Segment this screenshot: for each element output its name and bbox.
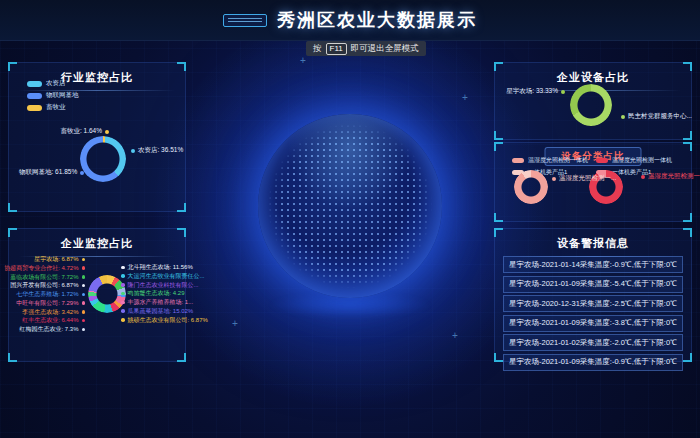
chart-label: 瓜果蔬菜园基地: 15.02% <box>121 307 193 316</box>
panel-title: 设备警报信息 <box>495 229 691 251</box>
enterprise-labels-left: 星宇农场: 6.87%协超商贸专业合作社: 4.72%嘉临农场有限公司: 7.7… <box>13 255 85 334</box>
chart-label: 李强生态农场: 3.42% <box>22 308 85 317</box>
panel-title: 企业设备占比 <box>495 63 691 85</box>
alert-row: 星宇农场-2021-01-09采集温度:-3.8℃,低于下限:0℃ <box>503 315 683 332</box>
chart-label: 姚硕生态农业有限公司: 6.87% <box>121 316 208 325</box>
legend-item[interactable]: 温湿度光照检测一体机 <box>596 156 672 165</box>
dashboard: + + + + 秀洲区农业大数据展示 按 F11 即可退出全屏模式 行业监控占比… <box>0 0 700 438</box>
brand-logo <box>223 14 267 27</box>
label-dot <box>561 90 565 94</box>
chart-label-iot-base: 物联网基地: 61.85% <box>19 168 84 177</box>
legend-swatch <box>27 105 42 111</box>
chart-label-sensor-right: 温湿度光照检测一... <box>641 172 700 181</box>
legend-item[interactable]: 物联网基地 <box>27 91 79 100</box>
enterprise-monitor-panel: 企业监控占比 星宇农场: 6.87%协超商贸专业合作社: 4.72%嘉临农场有限… <box>8 228 186 362</box>
alert-row: 星宇农场-2020-12-31采集温度:-2.5℃,低于下限:0℃ <box>503 295 683 312</box>
device-alert-panel: 设备警报信息 星宇农场-2021-01-14采集温度:-0.9℃,低于下限:0℃… <box>494 228 692 362</box>
plus-decoration: + <box>452 330 458 341</box>
label-dot <box>121 292 125 296</box>
label-dot <box>82 258 86 262</box>
label-dot <box>131 149 135 153</box>
chart-label: 隆门生态农业科技有限公... <box>121 281 199 290</box>
legend-item[interactable]: 温湿度光照检测一体机 <box>512 156 588 165</box>
label-dot <box>121 274 125 278</box>
label-dot <box>82 301 86 305</box>
alert-row: 星宇农场-2021-01-09采集温度:-5.4℃,低于下限:0℃ <box>503 276 683 293</box>
label-dot <box>552 177 556 181</box>
alert-row: 星宇农场-2021-01-02采集温度:-2.0℃,低于下限:0℃ <box>503 334 683 351</box>
chart-label: 嘉临农场有限公司: 7.72% <box>10 273 85 282</box>
industry-monitor-panel: 行业监控占比 农资店物联网基地畜牧业 畜牧业: 1.64% 农资店: 36.51… <box>8 62 186 212</box>
device-category-panel: 设备分类占比 温湿度光照检测一体机一体机类产品1 温湿度光照检测一体机一体机类产… <box>494 142 692 222</box>
legend-swatch <box>596 158 608 163</box>
label-dot <box>641 175 645 179</box>
plus-decoration: + <box>462 92 468 103</box>
chart-label-livestock: 畜牧业: 1.64% <box>23 127 109 136</box>
alert-row: 星宇农场-2021-01-09采集温度:-0.9℃,低于下限:0℃ <box>503 354 683 371</box>
label-dot <box>121 309 125 313</box>
chart-label-agristore: 农资店: 36.51% <box>131 146 183 155</box>
chart-label: 红丰生态农业: 6.44% <box>22 316 85 325</box>
panel-title: 企业监控占比 <box>9 229 185 251</box>
chart-label-service-center: 民主村党群服务中心... <box>621 112 692 121</box>
page-title: 秀洲区农业大数据展示 <box>277 8 477 32</box>
label-dot <box>82 293 86 297</box>
chart-label: 国兴开发有限公司: 6.87% <box>10 281 85 290</box>
chart-label: 大运河生态牧业有限责任公... <box>121 272 205 281</box>
plus-decoration: + <box>232 318 238 329</box>
label-dot <box>121 301 125 305</box>
chart-label-sensor-left: 温湿度光照检测一... <box>552 174 616 183</box>
category-donut-left[interactable] <box>514 170 548 204</box>
chart-label: 丰源水产养殖养殖场: 1... <box>121 298 193 307</box>
globe-visualization[interactable] <box>258 114 442 298</box>
label-dot <box>82 319 86 323</box>
label-dot <box>121 318 125 322</box>
alert-row: 星宇农场-2021-01-14采集温度:-0.9℃,低于下限:0℃ <box>503 256 683 273</box>
legend-swatch <box>27 93 42 99</box>
industry-donut-chart[interactable] <box>80 136 126 182</box>
chart-label: 鸣笛蟹生态农场: 4.29 <box>121 289 185 298</box>
label-dot <box>82 266 86 270</box>
label-dot <box>105 130 109 134</box>
label-dot <box>121 266 125 270</box>
chart-label: 中旺年有限公司: 7.29% <box>16 299 85 308</box>
legend-swatch <box>512 158 524 163</box>
label-dot <box>82 310 86 314</box>
industry-chart-legend: 农资店物联网基地畜牧业 <box>27 79 79 112</box>
chart-label: 北斗翔生态农场: 11.56% <box>121 263 193 272</box>
equipment-ratio-panel: 企业设备占比 星宇农场: 33.33% 民主村党群服务中心... <box>494 62 692 140</box>
label-dot <box>82 328 86 332</box>
label-dot <box>80 171 84 175</box>
chart-label: 红梅园生态农业: 7.3% <box>19 325 85 334</box>
legend-swatch <box>27 81 42 87</box>
label-dot <box>121 283 125 287</box>
enterprise-labels-right: 北斗翔生态农场: 11.56%大运河生态牧业有限责任公...隆门生态农业科技有限… <box>121 263 185 324</box>
label-dot <box>82 275 86 279</box>
globe-highlight <box>258 114 442 298</box>
plus-decoration: + <box>300 55 306 66</box>
alert-list: 星宇农场-2021-01-14采集温度:-0.9℃,低于下限:0℃星宇农场-20… <box>503 256 683 371</box>
f11-keycap: F11 <box>326 43 347 55</box>
legend-item[interactable]: 畜牧业 <box>27 103 79 112</box>
chart-label: 七华生态养殖场: 1.72% <box>16 290 85 299</box>
legend-item[interactable]: 农资店 <box>27 79 79 88</box>
tooltip-text-suffix: 即可退出全屏模式 <box>351 43 419 55</box>
equipment-donut-chart[interactable] <box>570 84 612 126</box>
tooltip-text-prefix: 按 <box>313 43 322 55</box>
label-dot <box>82 284 86 288</box>
chart-label: 星宇农场: 6.87% <box>34 255 85 264</box>
header: 秀洲区农业大数据展示 <box>0 0 700 41</box>
chart-label: 协超商贸专业合作社: 4.72% <box>4 264 85 273</box>
fullscreen-tooltip: 按 F11 即可退出全屏模式 <box>306 41 426 56</box>
label-dot <box>621 115 625 119</box>
chart-label-xingyu-farm: 星宇农场: 33.33% <box>501 87 565 96</box>
